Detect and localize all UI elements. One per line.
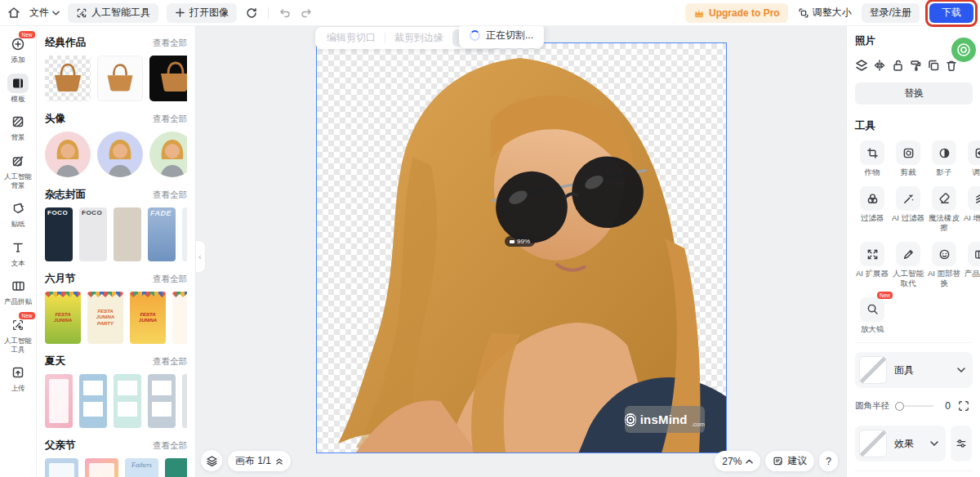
download-button[interactable]: 下载 (929, 3, 973, 23)
template-thumb-summer[interactable] (182, 374, 187, 428)
template-thumb-festa[interactable] (172, 292, 187, 344)
tool-product-collage[interactable]: 产品拼贴 (963, 242, 980, 288)
template-thumb-dad[interactable] (85, 458, 118, 477)
sidebar-item-product-collage[interactable]: 产品拼贴 (0, 276, 37, 306)
tool-ai-face-swap[interactable]: AI 面部替换 (927, 242, 961, 288)
format-paint-icon[interactable] (909, 59, 922, 72)
canvas-pager[interactable]: 画布 1/1 (228, 451, 291, 471)
file-menu[interactable]: 文件 (29, 6, 60, 20)
view-all-link[interactable]: 查看全部 (153, 114, 187, 125)
suggest-button[interactable]: 建议 (765, 451, 814, 471)
slider-knob[interactable] (895, 402, 904, 411)
template-thumb-summer[interactable] (114, 374, 141, 428)
flip-horizontal-icon[interactable] (873, 59, 886, 72)
template-thumb-bag-transparent[interactable] (45, 56, 91, 101)
undo-icon[interactable] (278, 7, 292, 20)
template-thumb-magazine[interactable]: FOCO (45, 207, 73, 261)
redo-icon[interactable] (300, 7, 313, 20)
tool-filter[interactable]: 过滤器 (855, 186, 889, 232)
upgrade-pro-button[interactable]: Upgrade to Pro (685, 3, 788, 23)
template-thumb-magazine[interactable]: FOCO (79, 207, 107, 261)
effects-settings-button[interactable] (951, 426, 972, 461)
ai-tools-button[interactable]: 人工智能工具 (68, 3, 158, 23)
section-title: 六月节 (45, 272, 76, 286)
cutting-progress-toast: 正在切割... (459, 23, 544, 48)
template-thumb-magazine[interactable]: FADE (148, 207, 176, 261)
template-thumb-avatar[interactable] (97, 132, 143, 177)
delete-icon[interactable] (945, 59, 958, 72)
template-thumb-summer[interactable] (148, 374, 176, 428)
image-selection-frame[interactable]: 99% insMind .com (316, 42, 727, 453)
section-title: 夏天 (45, 354, 65, 368)
template-thumb-summer[interactable] (79, 374, 107, 428)
layers-button[interactable] (201, 450, 222, 471)
view-all-link[interactable]: 查看全部 (153, 356, 187, 368)
template-thumb-avatar[interactable] (149, 132, 187, 177)
festa-title: FESTA JUNINA (130, 312, 166, 324)
panel-collapse-handle[interactable]: ‹ (195, 240, 206, 273)
resize-button[interactable]: 调整大小 (798, 6, 852, 20)
home-icon[interactable] (7, 6, 21, 20)
tool-label: 影子 (927, 167, 961, 176)
sidebar-item-upload[interactable]: 上传 (0, 363, 37, 393)
replace-button[interactable]: 替换 (855, 82, 973, 105)
sidebar-item-ai-background[interactable]: 人工智能背景 (0, 151, 37, 189)
template-thumb-festa[interactable]: FESTA JUNINA (45, 292, 81, 344)
eraser-icon (932, 186, 956, 211)
template-thumb-avatar[interactable] (45, 132, 91, 177)
template-thumb-dad[interactable] (45, 458, 78, 477)
zoom-control[interactable]: 27% (715, 451, 760, 471)
template-thumb-dad[interactable] (165, 458, 187, 477)
tool-adjust[interactable]: 调整 (963, 140, 980, 176)
edit-cutout-button[interactable]: 编辑剪切口 (319, 31, 383, 45)
template-thumb-magazine[interactable] (182, 207, 187, 261)
tool-magic-eraser[interactable]: 魔法橡皮擦 (927, 186, 961, 232)
login-button[interactable]: 登录/注册 (862, 3, 920, 23)
corner-link-icon[interactable] (956, 398, 972, 414)
tool-ai-filter[interactable]: AI 过滤器 (891, 186, 925, 232)
template-thumb-dad[interactable]: Fathers (125, 458, 158, 477)
sync-icon[interactable] (245, 7, 258, 20)
tool-ai-expander[interactable]: AI 扩展器 (855, 242, 889, 288)
corner-radius-row: 圆角半径 0 (855, 398, 972, 414)
avatar[interactable] (951, 38, 976, 62)
view-all-link[interactable]: 查看全部 (153, 274, 187, 285)
template-thumb-magazine[interactable] (114, 207, 141, 261)
bottom-right-controls: 27% 建议 ? (715, 451, 838, 471)
tool-crop[interactable]: 作物 (855, 140, 889, 176)
tool-ai-replace[interactable]: 人工智能取代 (891, 242, 925, 288)
duplicate-icon[interactable] (927, 59, 940, 72)
tool-cutout[interactable]: 剪裁 (891, 140, 925, 176)
template-thumb-summer[interactable] (45, 374, 73, 428)
corner-radius-slider[interactable] (895, 405, 933, 407)
sidebar-item-ai-tools[interactable]: New 人工智能工具 (0, 315, 37, 354)
spinner-icon (470, 30, 480, 41)
view-all-link[interactable]: 查看全部 (153, 440, 187, 452)
tool-shadow[interactable]: 影子 (927, 140, 961, 176)
template-thumb-bag-black[interactable] (149, 56, 187, 101)
view-all-link[interactable]: 查看全部 (153, 189, 187, 201)
sidebar-item-background[interactable]: 背景 (0, 112, 37, 142)
template-thumb-festa[interactable]: FESTA JUNINA PARTY (87, 292, 123, 344)
file-menu-label: 文件 (29, 6, 49, 20)
view-all-link[interactable]: 查看全部 (153, 38, 187, 49)
unlock-icon[interactable] (891, 59, 904, 72)
tool-ai-enhancer[interactable]: AI 增强器 (963, 186, 980, 232)
templates-icon (7, 74, 29, 93)
sidebar-item-add[interactable]: New 添加 (0, 34, 37, 65)
sidebar-item-text[interactable]: 文本 (0, 238, 37, 268)
crop-to-edge-button[interactable]: 裁剪到边缘 (387, 31, 451, 45)
effects-dropdown[interactable]: 效果 (855, 426, 946, 461)
rail-label: 文本 (2, 259, 34, 268)
tool-magnifier[interactable]: New 放大镜 (855, 297, 889, 333)
layer-blend-icon[interactable] (855, 59, 868, 72)
mask-dropdown[interactable]: 面具 (855, 352, 973, 388)
help-button[interactable]: ? (819, 451, 838, 471)
open-image-button[interactable]: 打开图像 (167, 3, 237, 23)
sidebar-item-templates[interactable]: 模板 (0, 74, 37, 104)
dad-title: Fathers (125, 461, 158, 469)
template-thumb-bag-white[interactable] (97, 56, 143, 101)
section-magazine-covers: 杂志封面 查看全部 FOCO FOCO FADE (45, 188, 187, 261)
sidebar-item-stickers[interactable]: 贴纸 (0, 198, 37, 229)
template-thumb-festa[interactable]: FESTA JUNINA (130, 292, 166, 344)
